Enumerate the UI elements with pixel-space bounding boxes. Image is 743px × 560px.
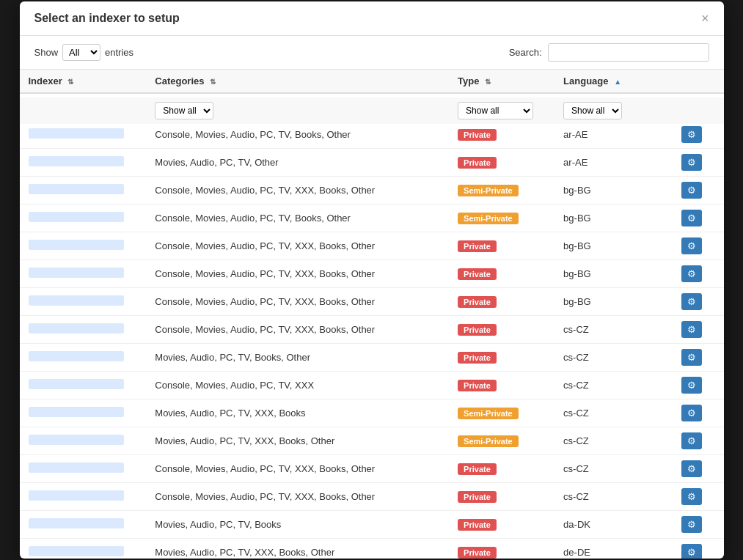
col-header-language[interactable]: Language ▲ [554,70,660,93]
indexer-name-redacted [29,546,124,556]
type-badge: Private [458,324,497,336]
configure-button[interactable]: ⚙ [681,349,702,366]
action-cell: ⚙ [660,205,723,232]
col-header-type[interactable]: Type ⇅ [449,70,554,93]
search-input[interactable] [548,43,709,62]
configure-button[interactable]: ⚙ [681,265,702,282]
action-cell: ⚙ [660,177,723,205]
table-body: Console, Movies, Audio, PC, TV, Books, O… [20,121,724,559]
configure-button[interactable]: ⚙ [681,293,702,310]
type-cell: Private [449,344,554,372]
language-filter-select[interactable]: Show all ar-AE bg-BG cs-CZ da-DK de-DE [563,102,622,119]
filter-action [660,97,723,125]
toolbar: Show All 10 25 50 100 entries Search: [20,36,724,70]
indexer-name-redacted [29,435,124,445]
configure-button[interactable]: ⚙ [681,237,702,254]
modal-header: Select an indexer to setup × [20,1,724,36]
configure-button[interactable]: ⚙ [681,154,702,171]
indexer-name-redacted [29,240,124,250]
table-row: Movies, Audio, PC, TV, XXX, BooksSemi-Pr… [20,399,724,427]
type-badge: Semi-Private [458,213,519,224]
configure-button[interactable]: ⚙ [681,321,702,338]
type-cell: Private [449,288,554,316]
action-cell: ⚙ [660,260,723,288]
indexer-name-redacted [29,128,124,139]
action-cell: ⚙ [660,288,723,316]
table-row: Console, Movies, Audio, PC, TV, XXX, Boo… [20,483,724,511]
configure-button[interactable]: ⚙ [681,182,702,199]
type-cell: Private [449,121,554,149]
action-cell: ⚙ [660,427,723,455]
configure-button[interactable]: ⚙ [681,432,702,449]
action-cell: ⚙ [660,539,723,559]
type-cell: Semi-Private [449,427,554,455]
categories-sort-icon: ⇅ [210,78,216,86]
language-cell: de-DE [554,539,660,559]
type-cell: Private [449,539,554,559]
categories-cell: Console, Movies, Audio, PC, TV, XXX, Boo… [146,483,449,511]
table-row: Movies, Audio, PC, TV, BooksPrivateda-DK… [20,511,724,539]
categories-cell: Console, Movies, Audio, PC, TV, XXX [146,372,449,399]
type-badge: Private [458,352,497,364]
col-header-indexer[interactable]: Indexer ⇅ [20,70,147,93]
table-row: Movies, Audio, PC, TV, Books, OtherPriva… [20,344,724,372]
configure-button[interactable]: ⚙ [681,405,702,421]
configure-button[interactable]: ⚙ [681,516,702,533]
type-cell: Private [449,149,554,177]
indexer-sort-icon: ⇅ [67,78,73,86]
configure-button[interactable]: ⚙ [681,544,702,559]
indexer-name-cell [20,511,147,539]
configure-button[interactable]: ⚙ [681,126,702,143]
table-row: Movies, Audio, PC, TV, OtherPrivatear-AE… [20,149,724,177]
indexer-name-cell [20,121,147,149]
entries-select[interactable]: All 10 25 50 100 [62,44,100,61]
indexer-name-redacted [29,379,124,389]
type-badge: Private [458,519,497,531]
type-cell: Private [449,372,554,399]
configure-button[interactable]: ⚙ [681,210,702,226]
type-cell: Private [449,483,554,511]
type-cell: Semi-Private [449,177,554,205]
table-row: Console, Movies, Audio, PC, TV, XXXPriva… [20,372,724,399]
type-badge: Private [458,240,497,252]
type-cell: Private [449,232,554,260]
language-cell: bg-BG [554,260,660,288]
table-row: Movies, Audio, PC, TV, XXX, Books, Other… [20,427,724,455]
table-row: Console, Movies, Audio, PC, TV, XXX, Boo… [20,316,724,344]
categories-cell: Movies, Audio, PC, TV, XXX, Books, Other [146,539,449,559]
categories-cell: Console, Movies, Audio, PC, TV, XXX, Boo… [146,455,449,483]
filter-type: Show all Private Semi-Private Public [449,97,554,125]
type-badge: Private [458,268,497,280]
language-cell: bg-BG [554,232,660,260]
type-badge: Private [458,463,497,475]
action-cell: ⚙ [660,399,723,427]
categories-filter-select[interactable]: Show all Console Movies Audio PC TV Book… [155,102,213,119]
type-badge: Private [458,547,497,559]
type-filter-select[interactable]: Show all Private Semi-Private Public [458,102,533,119]
type-sort-icon: ⇅ [485,78,491,86]
indexer-name-cell [20,399,147,427]
categories-cell: Movies, Audio, PC, TV, XXX, Books [146,399,449,427]
entries-label: entries [105,47,133,58]
configure-button[interactable]: ⚙ [681,488,702,505]
indexer-name-redacted [29,518,124,528]
categories-cell: Console, Movies, Audio, PC, TV, XXX, Boo… [146,177,449,205]
indexer-name-redacted [29,351,124,361]
indexer-name-redacted [29,184,124,194]
table-row: Console, Movies, Audio, PC, TV, XXX, Boo… [20,455,724,483]
table-row: Console, Movies, Audio, PC, TV, XXX, Boo… [20,177,724,205]
configure-button[interactable]: ⚙ [681,377,702,394]
action-cell: ⚙ [660,455,723,483]
categories-cell: Console, Movies, Audio, PC, TV, Books, O… [146,205,449,232]
indexer-name-redacted [29,463,124,473]
configure-button[interactable]: ⚙ [681,460,702,477]
type-badge: Private [458,491,497,503]
col-header-categories[interactable]: Categories ⇅ [146,70,449,93]
indexer-name-redacted [29,490,124,501]
categories-cell: Console, Movies, Audio, PC, TV, XXX, Boo… [146,260,449,288]
action-cell: ⚙ [660,511,723,539]
categories-cell: Console, Movies, Audio, PC, TV, XXX, Boo… [146,288,449,316]
modal-title: Select an indexer to setup [34,12,180,25]
filter-row: Show all Console Movies Audio PC TV Book… [20,93,724,121]
close-button[interactable]: × [701,12,709,25]
